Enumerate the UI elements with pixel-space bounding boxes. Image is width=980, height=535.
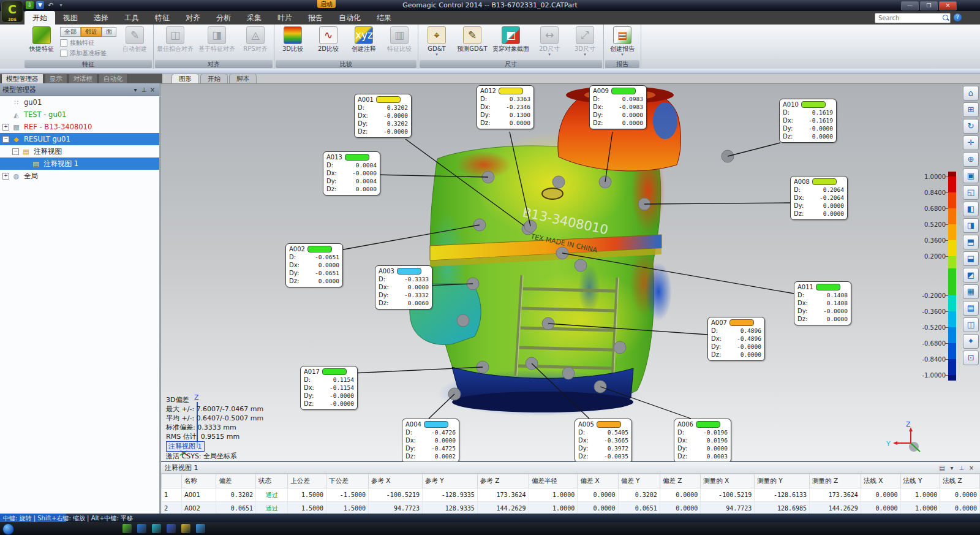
taskbar-app-icon[interactable]	[123, 524, 132, 533]
table-collapse-icon[interactable]: ▾	[947, 465, 957, 471]
help-button[interactable]: ?	[954, 13, 962, 21]
gdt-button[interactable]: ⌖ GD&T▾	[420, 25, 454, 58]
table-column-header[interactable]: 偏差半径	[529, 474, 578, 488]
ribbon-tab[interactable]: 特征	[147, 11, 178, 25]
taskbar-app-icon[interactable]	[181, 524, 190, 533]
viewport-tab[interactable]: 开始	[200, 74, 228, 83]
app-logo[interactable]: C3DS	[1, 1, 23, 23]
panel-tab[interactable]: 自动化	[99, 74, 128, 83]
panel-tab[interactable]: 显示	[45, 74, 67, 83]
annotation-callout[interactable]: A004D:-0.4726Dx:0.0000Dy:-0.4725Dz:0.000…	[402, 419, 459, 461]
close-button[interactable]: ✕	[939, 1, 957, 10]
table-column-header[interactable]: 下公差	[326, 474, 369, 488]
zoom-window-icon[interactable]: ⊞	[963, 102, 979, 117]
search-input[interactable]	[877, 13, 941, 23]
table-column-header[interactable]: 测量的 X	[701, 474, 755, 488]
table-grid-icon[interactable]: ▤	[937, 465, 947, 471]
table-column-header[interactable]: 上公差	[288, 474, 326, 488]
annotation-callout[interactable]: A010D:0.1619Dx:-0.1619Dy:-0.0000Dz:0.000…	[779, 99, 837, 143]
best-fit-align-button[interactable]: ◫ 最佳拟合对齐	[155, 25, 195, 53]
taskbar-app-icon[interactable]	[196, 524, 205, 533]
through-object-section-button[interactable]: ◩ 贯穿对象截面	[491, 25, 531, 53]
quick-feature-button[interactable]: 快捷特征	[24, 25, 59, 53]
panel-collapse-icon[interactable]: ▾	[131, 86, 140, 93]
annotation-callout[interactable]: A013D:0.0004Dx:-0.0000Dy:0.0004Dz:0.0000	[323, 151, 380, 195]
evaluate-gdt-button[interactable]: ✎ 预测GD&T	[455, 25, 489, 53]
panel-pin-icon[interactable]: ⊥	[140, 86, 148, 93]
annotation-callout[interactable]: A002D:-0.0651Dx:0.0000Dy:-0.0651Dz:0.000…	[285, 243, 343, 287]
ribbon-tab[interactable]: 工具	[116, 11, 147, 25]
tree-item[interactable]: ▤注释视图 1	[0, 157, 159, 170]
annotation-callout[interactable]: A009D:0.0983Dx:-0.0983Dy:0.0000Dz:0.0000	[589, 85, 647, 129]
ribbon-tab[interactable]: 自动化	[331, 11, 369, 25]
tree-item[interactable]: +◍全局	[0, 170, 159, 182]
ribbon-tab[interactable]: 选择	[86, 11, 116, 25]
shade-mode-icon[interactable]: ▦	[963, 284, 979, 299]
start-button[interactable]	[2, 523, 14, 535]
back-view-icon[interactable]: ◱	[963, 185, 979, 200]
taskbar-app-icon[interactable]	[137, 524, 146, 533]
zoom-in-icon[interactable]: ⊕	[963, 152, 979, 167]
ribbon-tab[interactable]: 视图	[55, 11, 86, 25]
table-column-header[interactable]: 状态	[255, 474, 287, 488]
light-toggle-icon[interactable]: ✦	[963, 334, 979, 349]
table-column-header[interactable]: 参考 Z	[477, 474, 529, 488]
3d-compare-button[interactable]: 3D比较	[276, 25, 310, 53]
viewport-tab[interactable]: 图形	[172, 74, 199, 83]
annotation-callout[interactable]: A011D:0.1408Dx:0.1408Dy:-0.0000Dz:0.0000	[794, 281, 851, 325]
annotation-callout[interactable]: A017D:0.1154Dx:-0.1154Dy:-0.0000Dz:-0.00…	[300, 366, 358, 410]
iso-view-icon[interactable]: ◩	[963, 268, 979, 283]
annotation-callout[interactable]: A008D:0.2064Dx:-0.2064Dy:0.0000Dz:0.0000	[790, 176, 848, 220]
top-view-icon[interactable]: ⬒	[963, 235, 979, 249]
taskbar-app-icon[interactable]	[152, 524, 161, 533]
2d-compare-button[interactable]: ∿ 2D比较	[311, 25, 345, 53]
rps-align-button[interactable]: ◬ RPS对齐	[238, 25, 273, 53]
search-box[interactable]	[875, 13, 951, 23]
table-column-header[interactable]: 测量的 Y	[755, 474, 810, 488]
table-column-header[interactable]: 偏差 Z	[660, 474, 700, 488]
auto-create-button[interactable]: ✎ 自动创建	[118, 25, 152, 53]
bottom-view-icon[interactable]: ⬓	[963, 251, 979, 266]
rotate-view-icon[interactable]: ↻	[963, 119, 979, 134]
wireframe-icon[interactable]: ▤	[963, 301, 979, 316]
left-view-icon[interactable]: ◧	[963, 202, 979, 216]
tree-expander-icon[interactable]: +	[2, 173, 9, 180]
create-report-button[interactable]: ▤ 创建报告▾	[605, 25, 639, 58]
table-row[interactable]: 1A0010.3202通过1.5000-1.5000-100.5219-128.…	[162, 488, 980, 502]
tree-item[interactable]: ◭TEST - gu01	[0, 108, 159, 121]
3d-viewport[interactable]: B13-3408010 TEX MADE IN CHINA Z Z Y	[161, 83, 980, 461]
table-pin-icon[interactable]: ⊥	[957, 465, 967, 471]
3d-dimension-button[interactable]: ⤢ 3D尺寸▾	[568, 25, 602, 58]
datum-label-checkbox[interactable]: 添加基准标签	[60, 49, 116, 58]
viewport-tab[interactable]: 脚本	[229, 74, 257, 83]
table-column-header[interactable]: 参考 X	[369, 474, 423, 488]
pan-view-icon[interactable]: ✛	[963, 135, 979, 150]
table-column-header[interactable]: 法线 X	[861, 474, 900, 488]
mode-face-button[interactable]: 面	[102, 27, 116, 37]
annotation-callout[interactable]: A001D:0.3202Dx:-0.0000Dy:0.3202Dz:-0.000…	[354, 94, 412, 138]
table-column-header[interactable]: 偏差 X	[578, 474, 618, 488]
inspected-model[interactable]: B13-3408010 TEX MADE IN CHINA	[410, 86, 681, 416]
tree-item[interactable]: +▩REF - B13-3408010	[0, 121, 159, 133]
annotation-callout[interactable]: A007D:0.4896Dx:-0.4896Dy:-0.0000Dz:0.000…	[707, 317, 765, 361]
panel-tab[interactable]: 对话框	[69, 74, 98, 83]
panel-close-icon[interactable]: ×	[148, 86, 157, 93]
ribbon-tab[interactable]: 采集	[239, 11, 270, 25]
feature-align-button[interactable]: ◨ 基于特征对齐	[197, 25, 237, 53]
ribbon-tab[interactable]: 叶片	[270, 11, 300, 25]
annotation-callout[interactable]: A012D:0.3363Dx:-0.2346Dy:0.1300Dz:0.0000	[477, 85, 534, 129]
front-view-icon[interactable]: ▣	[963, 169, 979, 183]
tree-item[interactable]: −◆RESULT gu01	[0, 133, 159, 145]
maximize-button[interactable]: ❐	[920, 1, 938, 10]
ribbon-tab[interactable]: 结果	[369, 11, 399, 25]
tree-expander-icon[interactable]: −	[2, 136, 9, 143]
annotation-callout[interactable]: A006D:-0.0196Dx:0.0196Dy:0.0000Dz:0.0003	[674, 419, 731, 461]
2d-dimension-button[interactable]: ↔ 2D尺寸▾	[532, 25, 567, 58]
fit-view-icon[interactable]: ⌂	[963, 86, 979, 101]
section-view-icon[interactable]: ◫	[963, 317, 979, 332]
mode-all-button[interactable]: 全部	[60, 27, 81, 37]
tree-expander-icon[interactable]: −	[12, 148, 19, 155]
table-column-header[interactable]	[162, 474, 182, 488]
tree-item[interactable]: −▤注释视图	[0, 145, 159, 157]
screenshot-icon[interactable]: ⊡	[963, 351, 979, 365]
